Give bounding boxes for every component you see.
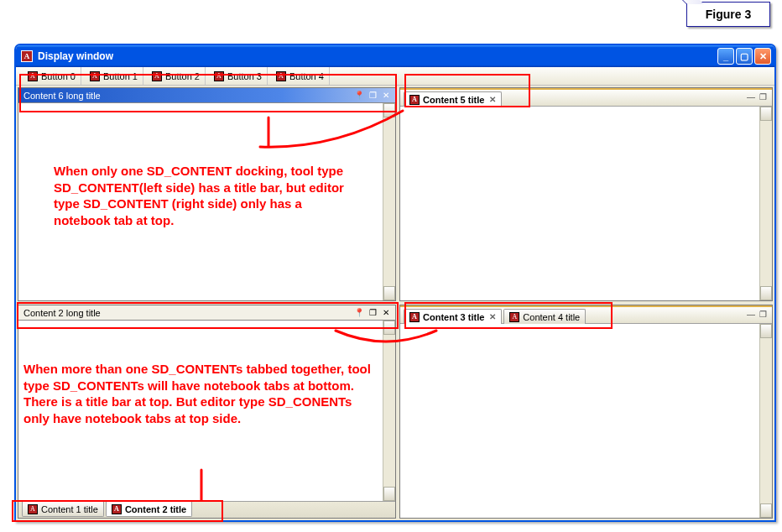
restore-icon[interactable]: ❐ [367, 90, 378, 102]
app-icon: A [21, 50, 33, 62]
toolbar-button-3[interactable]: A Button 3 [209, 67, 268, 85]
tab-close-icon[interactable]: ✕ [489, 95, 496, 104]
pane-body [400, 107, 772, 300]
window-titlebar[interactable]: A Display window _ ▢ ✕ [16, 45, 774, 67]
tab-label: Content 5 title [423, 95, 484, 105]
editor-maximize-icon[interactable]: ❐ [757, 308, 769, 320]
pin-icon[interactable]: 📍 [353, 307, 365, 319]
tab-icon: A [112, 504, 122, 514]
tool-titlebar[interactable]: Content 6 long title 📍 ❐ ✕ [18, 88, 395, 103]
pin-icon[interactable]: 📍 [353, 90, 365, 102]
tool-icon: A [28, 71, 38, 81]
vertical-scrollbar[interactable] [383, 321, 395, 501]
tab-icon: A [509, 312, 519, 322]
tool-titlebar[interactable]: Content 2 long title 📍 ❐ ✕ [18, 305, 395, 321]
minimize-button[interactable]: _ [717, 48, 734, 65]
main-window: A Display window _ ▢ ✕ A Button 0 A Butt… [14, 44, 776, 522]
editor-head: A Content 3 title ✕ A Content 4 title — … [400, 305, 772, 324]
toolbar-button-1[interactable]: A Button 1 [85, 67, 143, 85]
notebook-tabs-bottom: A Content 1 title A Content 2 title [18, 501, 395, 518]
maximize-icon: ▢ [740, 51, 748, 62]
pane-close-icon[interactable]: ✕ [380, 90, 392, 102]
notebook-tab[interactable]: A Content 3 title ✕ [404, 309, 502, 324]
tool-icon: A [276, 71, 286, 81]
pane-bottom-right: A Content 3 title ✕ A Content 4 title — … [399, 305, 773, 519]
tool-icon: A [90, 71, 100, 81]
editor-minimize-icon[interactable]: — [745, 308, 757, 320]
pane-body [18, 321, 395, 501]
close-button[interactable]: ✕ [754, 48, 771, 65]
toolbar-button-label: Button 0 [41, 71, 76, 81]
tab-label: Content 2 title [125, 504, 186, 514]
tab-close-icon[interactable]: ✕ [489, 312, 496, 321]
tab-label: Content 3 title [423, 312, 484, 322]
toolbar-button-label: Button 2 [165, 71, 200, 81]
notebook-tab[interactable]: A Content 1 title [22, 502, 104, 517]
vertical-scrollbar[interactable] [759, 324, 772, 518]
editor-minimize-icon[interactable]: — [745, 91, 757, 102]
pane-top-left: Content 6 long title 📍 ❐ ✕ [18, 87, 396, 301]
pane-body [18, 103, 395, 300]
figure-label-badge: Figure 3 [686, 2, 770, 27]
toolbar-button-label: Button 1 [103, 71, 138, 81]
editor-maximize-icon[interactable]: ❐ [757, 91, 769, 102]
notebook-tabs-top: A Content 3 title ✕ A Content 4 title [404, 309, 586, 324]
tool-icon: A [152, 71, 162, 81]
editor-head: A Content 5 title ✕ — ❐ [400, 88, 772, 107]
toolbar-button-label: Button 4 [289, 71, 324, 81]
toolbar-button-label: Button 3 [227, 71, 262, 81]
pane-bottom-left: Content 2 long title 📍 ❐ ✕ A Content 1 t… [18, 305, 396, 519]
window-title: Display window [38, 50, 113, 62]
notebook-tab[interactable]: A Content 5 title ✕ [404, 91, 502, 107]
pane-close-icon[interactable]: ✕ [380, 307, 392, 319]
minimize-icon: _ [723, 51, 728, 61]
tab-icon: A [409, 95, 420, 105]
pane-top-right: A Content 5 title ✕ — ❐ [399, 87, 773, 301]
toolbar-button-2[interactable]: A Button 2 [147, 67, 206, 85]
tool-title-text: Content 2 long title [23, 308, 101, 318]
tool-title-text: Content 6 long title [23, 91, 101, 101]
notebook-tabs-top: A Content 5 title ✕ [404, 91, 502, 107]
restore-icon[interactable]: ❐ [367, 307, 378, 319]
tab-icon: A [409, 312, 420, 322]
notebook-tab[interactable]: A Content 2 title [106, 502, 192, 517]
maximize-button[interactable]: ▢ [736, 48, 753, 65]
figure-label-text: Figure 3 [706, 8, 751, 21]
tab-icon: A [28, 504, 38, 514]
toolbar-button-0[interactable]: A Button 0 [23, 67, 81, 85]
tool-icon: A [214, 71, 224, 81]
tab-label: Content 4 title [523, 312, 580, 322]
toolbar-button-4[interactable]: A Button 4 [271, 67, 330, 85]
close-icon: ✕ [759, 51, 767, 62]
vertical-scrollbar[interactable] [383, 103, 395, 300]
vertical-scrollbar[interactable] [759, 107, 772, 300]
pane-body [400, 324, 772, 518]
notebook-tab[interactable]: A Content 4 title [503, 309, 586, 324]
toolbar: A Button 0 A Button 1 A Button 2 A Butto… [16, 67, 774, 86]
tab-label: Content 1 title [41, 504, 98, 514]
client-area: Content 6 long title 📍 ❐ ✕ A Content 5 t… [16, 86, 774, 520]
